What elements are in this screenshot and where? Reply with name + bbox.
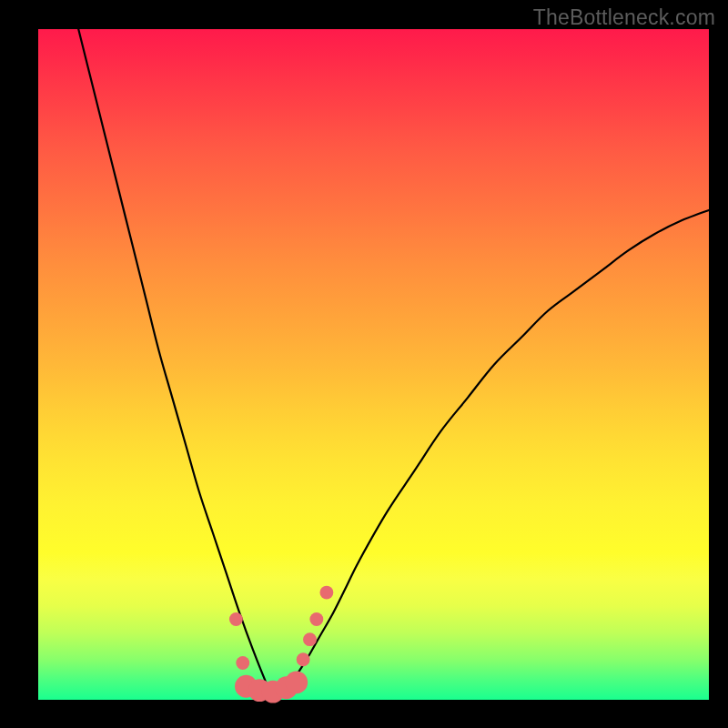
curve-markers: [229, 586, 333, 703]
watermark-text: TheBottleneck.com: [533, 5, 715, 30]
curve-marker: [285, 671, 308, 693]
curve-marker: [319, 586, 333, 600]
bottleneck-curve: [78, 29, 709, 697]
curve-marker: [229, 612, 243, 626]
chart-frame: TheBottleneck.com: [0, 0, 728, 728]
curve-marker: [309, 612, 323, 626]
plot-area: [38, 29, 709, 700]
curve-marker: [297, 652, 310, 666]
curve-marker: [303, 632, 317, 646]
curve-marker: [236, 656, 249, 670]
chart-svg: [38, 29, 709, 700]
